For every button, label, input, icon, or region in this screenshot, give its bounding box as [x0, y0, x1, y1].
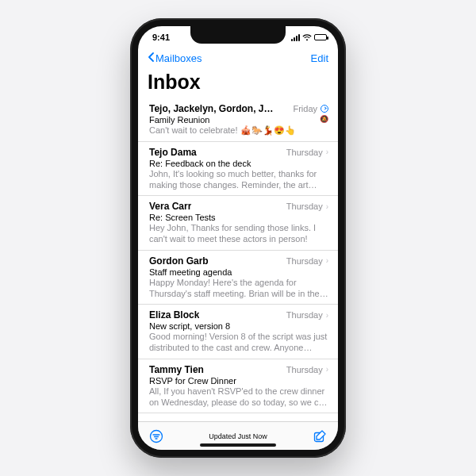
filter-icon[interactable] — [149, 429, 163, 443]
compose-icon[interactable] — [313, 429, 327, 443]
back-button[interactable]: Mailboxes — [148, 52, 202, 64]
email-subject: Staff meeting agenda — [149, 267, 328, 277]
email-subject: New script, version 8 — [149, 321, 328, 331]
email-sender: Vera Carr — [149, 201, 191, 212]
page-title: Inbox — [138, 67, 338, 98]
status-time: 9:41 — [152, 33, 170, 42]
thread-indicator-icon — [321, 105, 328, 113]
email-row[interactable]: Gordon GarbThursday›Staff meeting agenda… — [138, 251, 338, 305]
chevron-right-icon: › — [326, 256, 328, 265]
toolbar-status: Updated Just Now — [209, 432, 267, 440]
email-subject: RSVP for Crew Dinner — [149, 376, 328, 386]
email-date: Thursday — [286, 256, 323, 266]
home-indicator[interactable] — [200, 443, 276, 447]
cellular-icon — [291, 34, 300, 41]
email-sender: Gordon Garb — [149, 255, 209, 267]
mute-icon: 🔕 — [320, 116, 328, 123]
email-date: Thursday — [286, 202, 323, 211]
email-sender: Tejo Dama — [149, 147, 197, 158]
battery-icon — [314, 34, 327, 40]
email-row[interactable]: Eliza BlockThursday›New script, version … — [138, 305, 338, 359]
email-preview: Hey John, Thanks for sending those links… — [149, 223, 328, 245]
email-row[interactable]: Vera CarrThursday›Re: Screen TestsHey Jo… — [138, 196, 338, 251]
chevron-right-icon: › — [326, 311, 328, 320]
email-sender: Tejo, Jackelyn, Gordon, Juliana... — [149, 103, 276, 114]
email-date: Thursday — [286, 365, 323, 374]
email-sender: Eliza Block — [149, 309, 199, 321]
email-row[interactable]: Tammy TienThursday›RSVP for Crew DinnerA… — [138, 359, 338, 414]
email-subject: Re: Feedback on the deck — [149, 159, 328, 168]
email-preview: John, It's looking so much better, thank… — [149, 169, 328, 191]
email-date: Friday — [293, 104, 317, 113]
email-date: Thursday — [286, 148, 323, 157]
screen: 9:41 Mailboxes Edit Inbox Tejo, Jackelyn… — [138, 26, 338, 450]
email-date: Thursday — [286, 310, 323, 320]
chevron-left-icon — [148, 52, 154, 64]
phone-frame: 9:41 Mailboxes Edit Inbox Tejo, Jackelyn… — [130, 18, 346, 458]
email-row[interactable]: Tejo, Jackelyn, Gordon, Juliana...Friday… — [138, 98, 338, 142]
email-list[interactable]: Tejo, Jackelyn, Gordon, Juliana...Friday… — [138, 98, 338, 421]
chevron-right-icon: › — [326, 202, 328, 211]
nav-bar: Mailboxes Edit — [138, 48, 338, 67]
email-sender: Tammy Tien — [149, 364, 204, 375]
wifi-icon — [302, 34, 312, 41]
edit-button[interactable]: Edit — [311, 52, 328, 64]
chevron-right-icon: › — [326, 148, 328, 156]
email-row[interactable]: Tejo DamaThursday›Re: Feedback on the de… — [138, 142, 338, 197]
email-subject: Re: Screen Tests — [149, 213, 328, 222]
back-label: Mailboxes — [155, 52, 202, 64]
email-preview: All, If you haven't RSVP'ed to the crew … — [149, 386, 328, 409]
email-preview: Good morning! Version 8 of the script wa… — [149, 332, 328, 354]
email-preview: Can't wait to celebrate! 🎪🐎💃😍👆 — [149, 125, 328, 136]
notch — [190, 26, 286, 44]
chevron-right-icon: › — [326, 365, 328, 374]
email-preview: Happy Monday! Here's the agenda for Thur… — [149, 278, 328, 300]
email-subject: Family Reunion — [149, 115, 328, 125]
